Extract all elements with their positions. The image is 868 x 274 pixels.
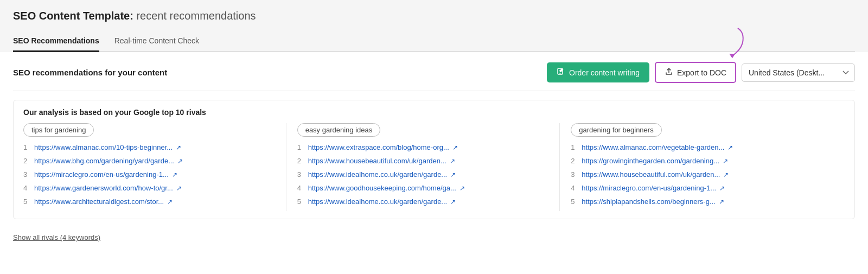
external-link-icon: ↗ bbox=[723, 171, 729, 179]
page-title-subtitle: recent recommendations bbox=[136, 10, 256, 22]
external-link-icon: ↗ bbox=[459, 184, 465, 192]
external-link-icon: ↗ bbox=[450, 171, 456, 179]
external-link-icon: ↗ bbox=[719, 184, 725, 192]
url-list-1: 1https://www.almanac.com/10-tips-beginne… bbox=[23, 143, 275, 206]
tab-realtime-content[interactable]: Real-time Content Check bbox=[114, 31, 199, 52]
rival-col-1: tips for gardening 1https://www.almanac.… bbox=[23, 123, 286, 211]
url-link[interactable]: https://www.idealhome.co.uk/garden/garde… bbox=[308, 170, 448, 179]
url-row: 5https://shiplapandshells.com/beginners-… bbox=[571, 197, 834, 206]
rivals-grid: tips for gardening 1https://www.almanac.… bbox=[23, 123, 845, 211]
external-link-icon: ↗ bbox=[167, 198, 173, 206]
url-link[interactable]: https://shiplapandshells.com/beginners-g… bbox=[582, 197, 715, 206]
url-link[interactable]: https://www.extraspace.com/blog/home-org… bbox=[308, 143, 449, 151]
url-row: 1https://www.extraspace.com/blog/home-or… bbox=[297, 143, 549, 151]
url-row: 5https://www.architecturaldigest.com/sto… bbox=[23, 197, 275, 206]
url-link[interactable]: https://growinginthegarden.com/gardening… bbox=[582, 157, 719, 165]
url-link[interactable]: https://www.housebeautiful.com/uk/garden… bbox=[582, 170, 720, 179]
keyword-badge-3: gardening for beginners bbox=[571, 123, 661, 137]
order-content-label: Order content writing bbox=[569, 68, 640, 77]
external-link-icon: ↗ bbox=[450, 198, 456, 206]
external-link-icon: ↗ bbox=[176, 184, 182, 192]
url-row: 3https://www.idealhome.co.uk/garden/gard… bbox=[297, 170, 549, 179]
url-row: 2https://www.housebeautiful.com/uk/garde… bbox=[297, 157, 549, 165]
toolbar-actions: Order content writing Export to DOC Unit… bbox=[547, 62, 855, 83]
url-row: 4https://miraclegro.com/en-us/gardening-… bbox=[571, 184, 834, 192]
content-area: SEO recommendations for your content bbox=[0, 52, 868, 244]
page-title: SEO Content Template: recent recommendat… bbox=[13, 10, 855, 22]
rival-col-2: easy gardening ideas 1https://www.extras… bbox=[297, 123, 560, 211]
external-link-icon: ↗ bbox=[727, 144, 733, 151]
url-row: 3https://miraclegro.com/en-us/gardening-… bbox=[23, 170, 275, 179]
url-link[interactable]: https://www.housebeautiful.com/uk/garden… bbox=[308, 157, 446, 165]
url-list-3: 1https://www.almanac.com/vegetable-garde… bbox=[571, 143, 834, 206]
order-content-writing-button[interactable]: Order content writing bbox=[547, 62, 649, 82]
url-row: 2https://www.bhg.com/gardening/yard/gard… bbox=[23, 157, 275, 165]
export-doc-label: Export to DOC bbox=[677, 68, 726, 77]
external-link-icon: ↗ bbox=[452, 144, 458, 151]
url-row: 4https://www.gardenersworld.com/how-to/g… bbox=[23, 184, 275, 192]
tab-seo-recommendations[interactable]: SEO Recommendations bbox=[13, 31, 99, 52]
url-row: 3https://www.housebeautiful.com/uk/garde… bbox=[571, 170, 834, 179]
url-link[interactable]: https://www.gardenersworld.com/how-to/gr… bbox=[34, 184, 173, 192]
upload-icon bbox=[665, 67, 673, 78]
country-device-dropdown[interactable]: United States (Deskt... United Kingdom (… bbox=[742, 63, 855, 82]
url-list-2: 1https://www.extraspace.com/blog/home-or… bbox=[297, 143, 549, 206]
toolbar-title: SEO recommendations for your content bbox=[13, 68, 167, 77]
url-link[interactable]: https://www.bhg.com/gardening/yard/garde… bbox=[34, 157, 174, 165]
edit-icon bbox=[557, 67, 565, 78]
url-link[interactable]: https://miraclegro.com/en-us/gardening-1… bbox=[582, 184, 716, 192]
url-link[interactable]: https://www.architecturaldigest.com/stor… bbox=[34, 197, 164, 206]
external-link-icon: ↗ bbox=[723, 157, 728, 165]
external-link-icon: ↗ bbox=[450, 157, 455, 165]
url-row: 1https://www.almanac.com/10-tips-beginne… bbox=[23, 143, 275, 151]
top-header: SEO Content Template: recent recommendat… bbox=[0, 0, 868, 52]
url-link[interactable]: https://www.almanac.com/vegetable-garden… bbox=[582, 143, 724, 151]
analysis-box: Our analysis is based on your Google top… bbox=[13, 100, 855, 219]
url-row: 1https://www.almanac.com/vegetable-garde… bbox=[571, 143, 834, 151]
url-link[interactable]: https://www.goodhousekeeping.com/home/ga… bbox=[308, 184, 456, 192]
url-link[interactable]: https://miraclegro.com/en-us/gardening-1… bbox=[34, 170, 169, 179]
external-link-icon: ↗ bbox=[172, 171, 177, 179]
page-wrapper: SEO Content Template: recent recommendat… bbox=[0, 0, 868, 274]
page-title-strong: SEO Content Template: bbox=[13, 10, 133, 22]
external-link-icon: ↗ bbox=[719, 198, 724, 206]
url-link[interactable]: https://www.almanac.com/10-tips-beginner… bbox=[34, 143, 173, 151]
keyword-badge-2: easy gardening ideas bbox=[297, 123, 381, 137]
svg-marker-0 bbox=[729, 54, 735, 58]
analysis-heading: Our analysis is based on your Google top… bbox=[23, 108, 845, 117]
url-row: 5https://www.idealhome.co.uk/garden/gard… bbox=[297, 197, 549, 206]
rival-col-3: gardening for beginners 1https://www.alm… bbox=[571, 123, 845, 211]
url-row: 2https://growinginthegarden.com/gardenin… bbox=[571, 157, 834, 165]
toolbar-row: SEO recommendations for your content bbox=[13, 52, 855, 91]
keyword-badge-1: tips for gardening bbox=[23, 123, 94, 137]
external-link-icon: ↗ bbox=[176, 144, 181, 151]
tabs-nav: SEO Recommendations Real-time Content Ch… bbox=[13, 31, 855, 52]
external-link-icon: ↗ bbox=[177, 157, 183, 165]
url-link[interactable]: https://www.idealhome.co.uk/garden/garde… bbox=[308, 197, 448, 206]
show-all-rivals-link[interactable]: Show all rivals (4 keywords) bbox=[13, 231, 100, 244]
export-to-doc-button[interactable]: Export to DOC bbox=[655, 62, 736, 83]
url-row: 4https://www.goodhousekeeping.com/home/g… bbox=[297, 184, 549, 192]
